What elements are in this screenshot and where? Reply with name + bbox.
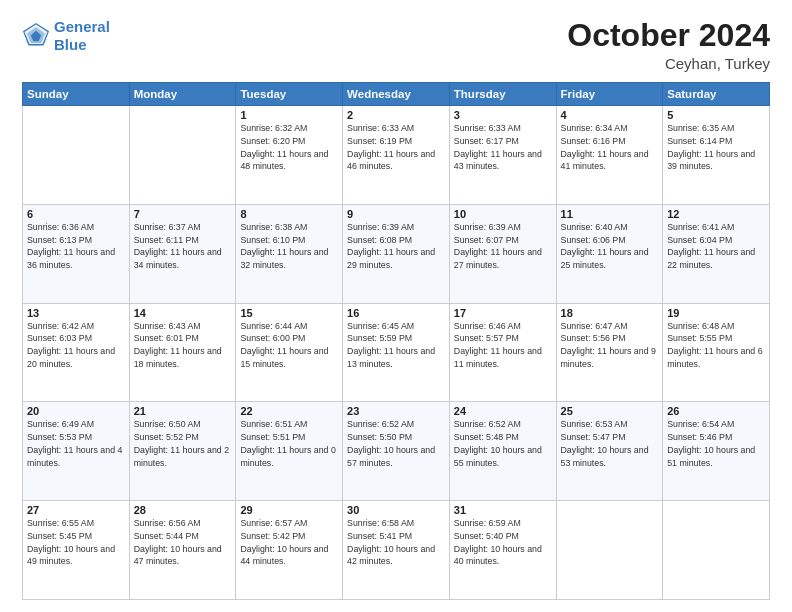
logo-line2: Blue — [54, 36, 87, 53]
weekday-header-tuesday: Tuesday — [236, 83, 343, 106]
day-number: 23 — [347, 405, 445, 417]
calendar-cell: 13Sunrise: 6:42 AM Sunset: 6:03 PM Dayli… — [23, 303, 130, 402]
day-number: 16 — [347, 307, 445, 319]
day-number: 18 — [561, 307, 659, 319]
calendar-cell: 2Sunrise: 6:33 AM Sunset: 6:19 PM Daylig… — [343, 106, 450, 205]
day-info: Sunrise: 6:52 AM Sunset: 5:48 PM Dayligh… — [454, 418, 552, 469]
calendar-cell: 30Sunrise: 6:58 AM Sunset: 5:41 PM Dayli… — [343, 501, 450, 600]
calendar-cell: 27Sunrise: 6:55 AM Sunset: 5:45 PM Dayli… — [23, 501, 130, 600]
calendar-cell: 15Sunrise: 6:44 AM Sunset: 6:00 PM Dayli… — [236, 303, 343, 402]
day-info: Sunrise: 6:42 AM Sunset: 6:03 PM Dayligh… — [27, 320, 125, 371]
calendar-cell — [663, 501, 770, 600]
day-number: 2 — [347, 109, 445, 121]
calendar-cell: 25Sunrise: 6:53 AM Sunset: 5:47 PM Dayli… — [556, 402, 663, 501]
calendar-week-4: 20Sunrise: 6:49 AM Sunset: 5:53 PM Dayli… — [23, 402, 770, 501]
calendar-cell: 7Sunrise: 6:37 AM Sunset: 6:11 PM Daylig… — [129, 204, 236, 303]
day-number: 12 — [667, 208, 765, 220]
calendar-cell: 12Sunrise: 6:41 AM Sunset: 6:04 PM Dayli… — [663, 204, 770, 303]
calendar-cell: 4Sunrise: 6:34 AM Sunset: 6:16 PM Daylig… — [556, 106, 663, 205]
page: General Blue October 2024 Ceyhan, Turkey… — [0, 0, 792, 612]
day-number: 11 — [561, 208, 659, 220]
day-info: Sunrise: 6:38 AM Sunset: 6:10 PM Dayligh… — [240, 221, 338, 272]
day-number: 19 — [667, 307, 765, 319]
calendar-week-3: 13Sunrise: 6:42 AM Sunset: 6:03 PM Dayli… — [23, 303, 770, 402]
calendar-cell: 28Sunrise: 6:56 AM Sunset: 5:44 PM Dayli… — [129, 501, 236, 600]
day-info: Sunrise: 6:55 AM Sunset: 5:45 PM Dayligh… — [27, 517, 125, 568]
weekday-header-friday: Friday — [556, 83, 663, 106]
day-number: 28 — [134, 504, 232, 516]
day-info: Sunrise: 6:44 AM Sunset: 6:00 PM Dayligh… — [240, 320, 338, 371]
day-info: Sunrise: 6:49 AM Sunset: 5:53 PM Dayligh… — [27, 418, 125, 469]
calendar-cell: 11Sunrise: 6:40 AM Sunset: 6:06 PM Dayli… — [556, 204, 663, 303]
day-info: Sunrise: 6:56 AM Sunset: 5:44 PM Dayligh… — [134, 517, 232, 568]
day-number: 14 — [134, 307, 232, 319]
weekday-header-monday: Monday — [129, 83, 236, 106]
day-number: 1 — [240, 109, 338, 121]
day-number: 24 — [454, 405, 552, 417]
day-info: Sunrise: 6:39 AM Sunset: 6:07 PM Dayligh… — [454, 221, 552, 272]
day-info: Sunrise: 6:33 AM Sunset: 6:17 PM Dayligh… — [454, 122, 552, 173]
weekday-header-thursday: Thursday — [449, 83, 556, 106]
calendar-cell: 5Sunrise: 6:35 AM Sunset: 6:14 PM Daylig… — [663, 106, 770, 205]
location-title: Ceyhan, Turkey — [567, 55, 770, 72]
calendar-cell: 6Sunrise: 6:36 AM Sunset: 6:13 PM Daylig… — [23, 204, 130, 303]
day-number: 31 — [454, 504, 552, 516]
calendar-cell — [129, 106, 236, 205]
logo-text: General Blue — [54, 18, 110, 54]
weekday-header-wednesday: Wednesday — [343, 83, 450, 106]
day-info: Sunrise: 6:35 AM Sunset: 6:14 PM Dayligh… — [667, 122, 765, 173]
day-info: Sunrise: 6:48 AM Sunset: 5:55 PM Dayligh… — [667, 320, 765, 371]
day-number: 3 — [454, 109, 552, 121]
header: General Blue October 2024 Ceyhan, Turkey — [22, 18, 770, 72]
day-info: Sunrise: 6:36 AM Sunset: 6:13 PM Dayligh… — [27, 221, 125, 272]
calendar-week-2: 6Sunrise: 6:36 AM Sunset: 6:13 PM Daylig… — [23, 204, 770, 303]
calendar-cell: 22Sunrise: 6:51 AM Sunset: 5:51 PM Dayli… — [236, 402, 343, 501]
day-number: 5 — [667, 109, 765, 121]
calendar-cell: 14Sunrise: 6:43 AM Sunset: 6:01 PM Dayli… — [129, 303, 236, 402]
day-info: Sunrise: 6:58 AM Sunset: 5:41 PM Dayligh… — [347, 517, 445, 568]
day-info: Sunrise: 6:40 AM Sunset: 6:06 PM Dayligh… — [561, 221, 659, 272]
day-info: Sunrise: 6:46 AM Sunset: 5:57 PM Dayligh… — [454, 320, 552, 371]
day-number: 15 — [240, 307, 338, 319]
calendar-cell: 16Sunrise: 6:45 AM Sunset: 5:59 PM Dayli… — [343, 303, 450, 402]
calendar-cell: 1Sunrise: 6:32 AM Sunset: 6:20 PM Daylig… — [236, 106, 343, 205]
calendar-cell: 18Sunrise: 6:47 AM Sunset: 5:56 PM Dayli… — [556, 303, 663, 402]
calendar-cell: 8Sunrise: 6:38 AM Sunset: 6:10 PM Daylig… — [236, 204, 343, 303]
calendar-table: SundayMondayTuesdayWednesdayThursdayFrid… — [22, 82, 770, 600]
calendar-cell: 23Sunrise: 6:52 AM Sunset: 5:50 PM Dayli… — [343, 402, 450, 501]
day-number: 7 — [134, 208, 232, 220]
day-info: Sunrise: 6:37 AM Sunset: 6:11 PM Dayligh… — [134, 221, 232, 272]
calendar-cell: 29Sunrise: 6:57 AM Sunset: 5:42 PM Dayli… — [236, 501, 343, 600]
calendar-cell: 31Sunrise: 6:59 AM Sunset: 5:40 PM Dayli… — [449, 501, 556, 600]
day-info: Sunrise: 6:34 AM Sunset: 6:16 PM Dayligh… — [561, 122, 659, 173]
logo: General Blue — [22, 18, 110, 54]
calendar-cell: 24Sunrise: 6:52 AM Sunset: 5:48 PM Dayli… — [449, 402, 556, 501]
day-info: Sunrise: 6:54 AM Sunset: 5:46 PM Dayligh… — [667, 418, 765, 469]
day-number: 13 — [27, 307, 125, 319]
weekday-header-saturday: Saturday — [663, 83, 770, 106]
day-number: 26 — [667, 405, 765, 417]
day-info: Sunrise: 6:39 AM Sunset: 6:08 PM Dayligh… — [347, 221, 445, 272]
weekday-header-row: SundayMondayTuesdayWednesdayThursdayFrid… — [23, 83, 770, 106]
calendar-cell: 3Sunrise: 6:33 AM Sunset: 6:17 PM Daylig… — [449, 106, 556, 205]
day-number: 8 — [240, 208, 338, 220]
calendar-week-5: 27Sunrise: 6:55 AM Sunset: 5:45 PM Dayli… — [23, 501, 770, 600]
day-number: 20 — [27, 405, 125, 417]
day-info: Sunrise: 6:51 AM Sunset: 5:51 PM Dayligh… — [240, 418, 338, 469]
day-info: Sunrise: 6:43 AM Sunset: 6:01 PM Dayligh… — [134, 320, 232, 371]
day-info: Sunrise: 6:33 AM Sunset: 6:19 PM Dayligh… — [347, 122, 445, 173]
day-info: Sunrise: 6:57 AM Sunset: 5:42 PM Dayligh… — [240, 517, 338, 568]
day-info: Sunrise: 6:53 AM Sunset: 5:47 PM Dayligh… — [561, 418, 659, 469]
calendar-cell: 10Sunrise: 6:39 AM Sunset: 6:07 PM Dayli… — [449, 204, 556, 303]
title-block: October 2024 Ceyhan, Turkey — [567, 18, 770, 72]
day-number: 30 — [347, 504, 445, 516]
logo-line1: General — [54, 18, 110, 35]
calendar-cell: 21Sunrise: 6:50 AM Sunset: 5:52 PM Dayli… — [129, 402, 236, 501]
day-info: Sunrise: 6:32 AM Sunset: 6:20 PM Dayligh… — [240, 122, 338, 173]
calendar-cell: 20Sunrise: 6:49 AM Sunset: 5:53 PM Dayli… — [23, 402, 130, 501]
calendar-cell: 26Sunrise: 6:54 AM Sunset: 5:46 PM Dayli… — [663, 402, 770, 501]
day-info: Sunrise: 6:45 AM Sunset: 5:59 PM Dayligh… — [347, 320, 445, 371]
calendar-cell: 17Sunrise: 6:46 AM Sunset: 5:57 PM Dayli… — [449, 303, 556, 402]
calendar-cell: 19Sunrise: 6:48 AM Sunset: 5:55 PM Dayli… — [663, 303, 770, 402]
calendar-cell: 9Sunrise: 6:39 AM Sunset: 6:08 PM Daylig… — [343, 204, 450, 303]
